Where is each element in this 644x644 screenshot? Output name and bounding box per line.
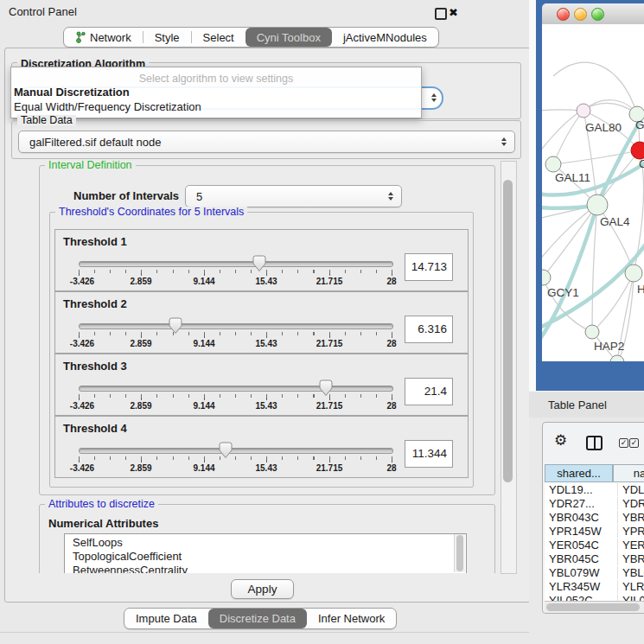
tab-discretize-data[interactable]: Discretize Data	[208, 609, 307, 628]
threshold-1-slider-thumb[interactable]	[252, 255, 266, 276]
cell-name[interactable]: YLR34	[617, 580, 644, 593]
node-label: GAL11	[555, 171, 590, 184]
cell-name[interactable]: YBR04	[617, 552, 644, 565]
panel-scrollbar-thumb[interactable]	[503, 180, 513, 482]
table-row[interactable]: YBR045CYBR04	[545, 552, 644, 565]
slider-minor-ticks	[79, 270, 392, 273]
tick-label: 21.715	[316, 463, 343, 473]
list-item[interactable]: BetweennessCentrality	[65, 564, 466, 573]
table-rows: YDL19...YDL19 YDR27...YDR27 YBR043CYBR04…	[545, 482, 644, 601]
tab-network[interactable]: Network	[64, 28, 143, 47]
cell-name[interactable]: YIL05	[617, 594, 644, 602]
checkbox-icon[interactable]: ✓	[629, 438, 639, 448]
threshold-1-slider-track[interactable]	[79, 261, 393, 267]
node-gal4[interactable]	[587, 194, 608, 215]
node-gcy1[interactable]	[542, 270, 551, 285]
node-hap2[interactable]	[585, 325, 599, 339]
tab-select[interactable]: Select	[192, 28, 245, 47]
threshold-4-slider-thumb[interactable]	[219, 442, 233, 462]
num-intervals-label: Number of Intervals	[73, 189, 179, 202]
cell-name[interactable]: YDR27	[617, 497, 644, 510]
algorithm-dropdown-popup: Select algorithm to view settings Manual…	[10, 67, 422, 118]
cell-shared-name[interactable]: YBR045C	[545, 552, 617, 565]
tab-cyni-toolbox[interactable]: Cyni Toolbox	[245, 28, 332, 47]
table-settings-gear-icon[interactable]: ⚙	[554, 433, 567, 448]
table-horizontal-scrollbar-thumb[interactable]	[546, 603, 640, 611]
table-row[interactable]: YIL052CYIL05	[545, 593, 644, 601]
slider-minor-ticks	[79, 394, 392, 398]
column-header-name[interactable]: name	[613, 464, 644, 482]
tick-label: 15.43	[255, 277, 277, 286]
table-row[interactable]: YBR043CYBR04	[545, 510, 644, 524]
table-row[interactable]: YER054CYER05	[545, 538, 644, 552]
cell-shared-name[interactable]: YDR27...	[545, 497, 617, 510]
threshold-4-slider-track[interactable]	[79, 448, 393, 454]
cell-shared-name[interactable]: YER054C	[545, 539, 617, 552]
top-tab-bar: Network Style Select Cyni Toolbox jActiv…	[63, 27, 439, 48]
table-horizontal-scrollbar[interactable]	[545, 601, 644, 613]
table-row[interactable]: YLR345WYLR34	[545, 579, 644, 593]
cell-shared-name[interactable]: YPR145W	[545, 525, 617, 538]
cell-shared-name[interactable]: YBR043C	[545, 511, 617, 524]
zoom-traffic-light[interactable]	[591, 8, 604, 21]
threshold-2-slider-thumb[interactable]	[169, 317, 182, 338]
node-gal80[interactable]	[577, 104, 590, 118]
threshold-2-label: Threshold 2	[63, 297, 127, 310]
popup-prompt: Select algorithm to view settings	[11, 67, 421, 85]
tick-label: 9.144	[193, 463, 214, 473]
cell-name[interactable]: YBL07	[617, 566, 644, 579]
tick-label: 15.43	[255, 401, 277, 411]
cell-name[interactable]: YPR14	[617, 525, 644, 538]
node-label: GAL4	[600, 215, 630, 228]
network-canvas[interactable]: GAL80 GA C GAL11 GAL4 H GCY1 HAP2	[542, 24, 644, 361]
tick-label: -3.426	[70, 339, 94, 348]
list-item[interactable]: SelfLoops	[65, 534, 466, 550]
show-columns-icon[interactable]	[586, 436, 603, 450]
float-window-icon[interactable]	[435, 8, 447, 20]
cell-shared-name[interactable]: YBL079W	[545, 566, 617, 579]
checkbox-icon[interactable]: ✓	[619, 438, 628, 448]
num-intervals-combobox[interactable]: 5	[185, 185, 402, 207]
threshold-2-value-field[interactable]: 6.316	[405, 316, 453, 343]
tab-style[interactable]: Style	[143, 28, 191, 47]
close-traffic-light[interactable]	[557, 8, 570, 21]
cell-name[interactable]: YDL19	[617, 483, 644, 496]
tab-jactivemnodules[interactable]: jActiveMNodules	[332, 28, 438, 47]
node-gal11[interactable]	[545, 156, 561, 172]
tick-label: 28	[386, 463, 396, 473]
list-item[interactable]: TopologicalCoefficient	[65, 550, 466, 564]
column-header-shared-name[interactable]: shared...	[545, 464, 613, 482]
tab-infer-network[interactable]: Infer Network	[307, 609, 396, 628]
threshold-4-value-field[interactable]: 11.344	[405, 440, 453, 468]
cell-name[interactable]: YBR04	[617, 511, 644, 524]
node-h[interactable]	[625, 265, 642, 282]
list-scrollbar-thumb[interactable]	[456, 535, 463, 571]
table-row[interactable]: YDL19...YDL19	[545, 482, 644, 496]
table-row[interactable]: YPR145WYPR14	[545, 524, 644, 538]
cell-shared-name[interactable]: YIL052C	[545, 594, 617, 602]
table-panel-titlebar: Table Panel	[529, 391, 644, 418]
minimize-traffic-light[interactable]	[574, 8, 587, 21]
table-data-combobox[interactable]: galFiltered.sif default node	[18, 131, 515, 153]
threshold-3-slider-track[interactable]	[79, 386, 393, 392]
threshold-2-slider-track[interactable]	[79, 323, 393, 329]
panel-scrollbar[interactable]	[501, 161, 517, 574]
popup-item-manual[interactable]: Manual Discretization	[11, 85, 421, 99]
list-scrollbar[interactable]	[454, 534, 465, 572]
network-window-titlebar[interactable]	[542, 3, 644, 25]
table-row[interactable]: YDR27...YDR27	[545, 496, 644, 510]
threshold-3-slider-thumb[interactable]	[319, 379, 333, 400]
table-row[interactable]: YBL079WYBL07	[545, 565, 644, 579]
cell-shared-name[interactable]: YDL19...	[545, 483, 617, 496]
tab-impute-data[interactable]: Impute Data	[124, 609, 208, 628]
apply-button[interactable]: Apply	[231, 579, 294, 599]
threshold-3-value-field[interactable]: 21.4	[405, 378, 453, 405]
node-selected-red[interactable]	[631, 142, 644, 159]
attributes-listbox[interactable]: SelfLoops TopologicalCoefficient Between…	[64, 533, 467, 573]
popup-item-equal-width[interactable]: Equal Width/Frequency Discretization	[11, 99, 421, 114]
cell-name[interactable]: YER05	[617, 539, 644, 552]
threshold-1-value-field[interactable]: 14.713	[405, 253, 453, 281]
combo-arrows-icon	[501, 137, 507, 146]
cell-shared-name[interactable]: YLR345W	[545, 580, 617, 593]
close-icon[interactable]: ✖	[449, 7, 458, 18]
